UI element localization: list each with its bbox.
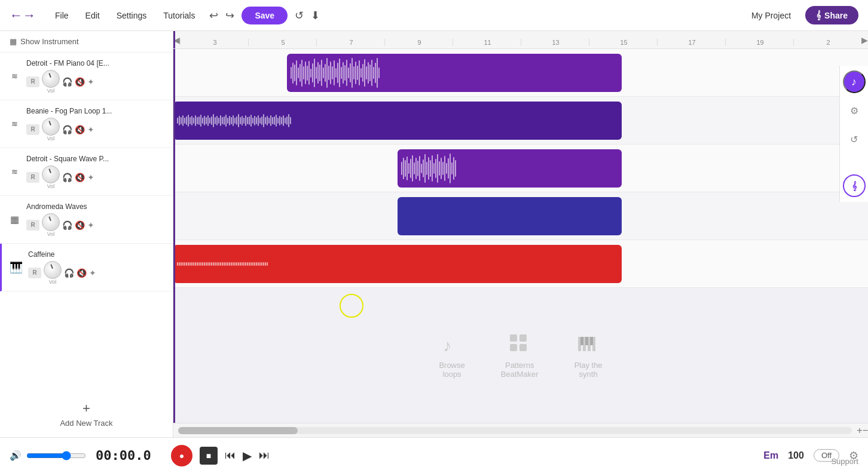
volume-control: 🔊 (10, 450, 86, 461)
mute-icon[interactable]: 🔇 (75, 220, 85, 230)
audio-clip[interactable] (287, 54, 622, 92)
mute-button[interactable]: R (26, 124, 39, 135)
tracks-body: ♪ Browseloops PatternsBeatMaker (173, 49, 868, 423)
mute-icon[interactable]: 🔇 (75, 125, 85, 134)
track-controls: R Vol 🎧 🔇 ✦ (26, 70, 167, 94)
svg-text:♪: ♪ (443, 336, 451, 355)
key-badge: Em (763, 450, 778, 461)
headphone-icon[interactable]: 🎧 (62, 173, 72, 182)
fast-forward-button[interactable]: ⏭ (259, 449, 270, 462)
record-button[interactable]: ● (171, 445, 192, 466)
track-item-active: 🎹 Caffeine R Vol 🎧 🔇 ✦ (0, 244, 173, 291)
settings-icon[interactable]: ✦ (87, 77, 94, 87)
clip-waveform (173, 245, 622, 283)
track-info: Detroit - Square Wave P... R Vol 🎧 🔇 ✦ (26, 155, 167, 189)
track-bottom-bar: + − (173, 423, 868, 437)
waveform-bars (173, 102, 622, 140)
volume-knob[interactable] (44, 261, 62, 279)
mute-button[interactable]: R (26, 76, 39, 87)
volume-knob[interactable] (42, 165, 60, 183)
share-icon: 𝄞 (816, 10, 821, 20)
timeline-header: ◀ 3 5 7 9 11 13 15 17 19 2 ▶ (173, 31, 868, 49)
svg-rect-1 (510, 334, 517, 342)
svg-rect-3 (510, 344, 517, 351)
nav-tutorials[interactable]: Tutorials (163, 11, 195, 20)
scroll-right-button[interactable]: ▶ (861, 35, 868, 45)
download-button[interactable]: ⬇ (311, 9, 320, 22)
nav-settings[interactable]: Settings (117, 11, 147, 20)
stop-button[interactable]: ■ (200, 447, 218, 465)
mute-button[interactable]: R (28, 268, 41, 278)
grid-icon (508, 332, 531, 356)
rewind-button[interactable]: ⏮ (225, 449, 236, 462)
nav-file[interactable]: File (55, 11, 69, 20)
track-row-2 (173, 97, 868, 145)
track-row-3 (173, 145, 868, 192)
volume-knob[interactable] (42, 70, 60, 88)
audio-clip[interactable] (398, 149, 622, 188)
track-item: ≋ Beanie - Fog Pan Loop 1... R Vol 🎧 🔇 ✦ (0, 100, 173, 148)
vol-label: Vol (47, 88, 55, 94)
vol-knob-wrap: Vol (42, 70, 60, 94)
add-track-label: Add New Track (60, 419, 112, 428)
volume-knob[interactable] (42, 213, 60, 231)
mute-icon[interactable]: 🔇 (75, 173, 85, 182)
cursor-circle (340, 294, 363, 318)
patterns-beatmaker-button[interactable]: PatternsBeatMaker (501, 332, 539, 379)
sidebar: ▦ Show Instrument ≋ Detroit - FM Piano 0… (0, 31, 173, 437)
audio-clip[interactable] (173, 102, 622, 140)
settings-icon[interactable]: ✦ (87, 173, 94, 182)
headphone-icon[interactable]: 🎧 (62, 220, 72, 230)
audio-clip[interactable] (173, 245, 622, 283)
track-scrollbar[interactable] (178, 427, 852, 434)
headphone-icon[interactable]: 🎧 (64, 268, 74, 278)
headphone-icon[interactable]: 🎧 (62, 77, 72, 87)
play-button[interactable]: ▶ (243, 449, 252, 463)
settings-icon[interactable]: ✦ (87, 125, 94, 134)
reset-button[interactable]: ↺ (295, 9, 304, 22)
plus-icon: + (82, 401, 90, 416)
refresh-button[interactable]: ↺ (843, 128, 866, 150)
track-name: Detroit - FM Piano 04 [E... (26, 59, 167, 67)
headphone-icon[interactable]: 🎧 (62, 125, 72, 134)
undo-button[interactable]: ↩ (209, 9, 218, 22)
add-new-track-button[interactable]: + Add New Track (0, 391, 173, 437)
track-controls: R Vol 🎧 🔇 ✦ (26, 213, 167, 237)
audio-clip[interactable] (398, 197, 622, 235)
clip-waveform (398, 149, 622, 188)
zoom-in-button[interactable]: + (857, 425, 862, 436)
mute-icon[interactable]: 🔇 (75, 77, 85, 87)
grid-track-icon: ▦ (6, 211, 23, 228)
scrollbar-thumb[interactable] (178, 427, 298, 434)
nav-actions: ↩ ↪ Save ↺ ⬇ (209, 7, 320, 24)
redo-button[interactable]: ↪ (225, 9, 234, 22)
piano-track-icon: 🎹 (8, 259, 25, 276)
waveform-bars (287, 54, 622, 92)
volume-knob[interactable] (42, 118, 60, 136)
zoom-out-button[interactable]: − (863, 425, 868, 436)
play-the-synth-button[interactable]: Play thesynth (574, 332, 603, 379)
share-button[interactable]: 𝄞 Share (805, 6, 858, 24)
music-note-button[interactable]: ♪ (843, 70, 866, 93)
browse-loops-button[interactable]: ♪ Browseloops (439, 332, 464, 379)
track-item: ▦ Andromeda Waves R Vol 🎧 🔇 ✦ (0, 196, 173, 244)
track-controls: R Vol 🎧 🔇 ✦ (26, 165, 167, 189)
avatar-button[interactable]: 𝄞 (843, 174, 866, 197)
transport-bar: 🔊 00:00.0 ● ■ ⏮ ▶ ⏭ Em 100 Off ⚙ Support (0, 437, 868, 473)
settings-icon[interactable]: ✦ (87, 220, 94, 230)
waveform-bars (398, 149, 622, 188)
mute-icon[interactable]: 🔇 (77, 268, 87, 278)
support-link[interactable]: Support (831, 457, 858, 466)
settings-icon[interactable]: ✦ (89, 268, 96, 278)
patterns-beatmaker-label: PatternsBeatMaker (501, 361, 539, 379)
volume-slider[interactable] (26, 451, 86, 460)
gear-button[interactable]: ⚙ (843, 99, 866, 122)
mute-button[interactable]: R (26, 220, 39, 231)
logo-icon[interactable]: ←→ (10, 8, 36, 23)
save-button[interactable]: Save (242, 7, 288, 24)
nav-edit[interactable]: Edit (85, 11, 100, 20)
bpm-badge: 100 (788, 450, 804, 461)
mute-button[interactable]: R (26, 172, 39, 183)
main-area: ▦ Show Instrument ≋ Detroit - FM Piano 0… (0, 31, 868, 437)
play-the-synth-label: Play thesynth (574, 361, 603, 379)
